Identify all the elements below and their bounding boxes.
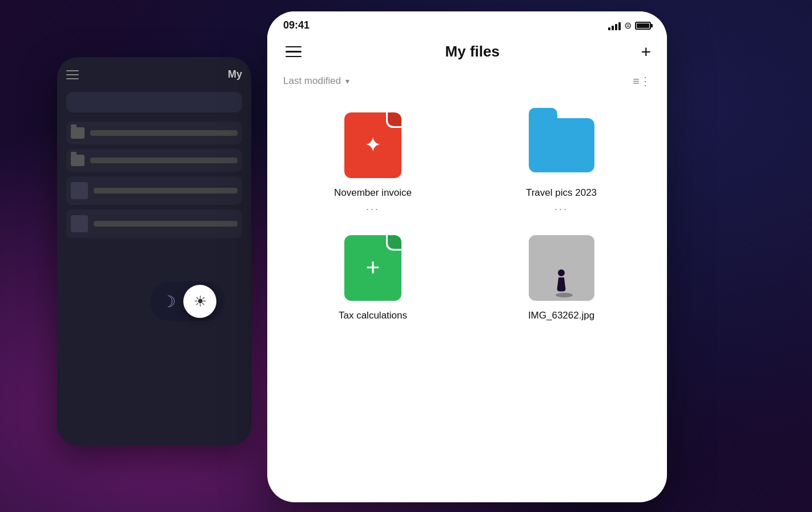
pdf-symbol: ✦ — [364, 133, 381, 157]
item-text — [94, 221, 238, 227]
item-text — [90, 158, 238, 163]
app-header: My files + — [267, 36, 667, 70]
list-item — [66, 149, 242, 172]
sun-knob[interactable]: ☀ — [183, 285, 216, 318]
signal-bar-4 — [618, 22, 621, 30]
person-shadow — [556, 293, 573, 297]
hamburger-line — [286, 51, 302, 53]
add-button[interactable]: + — [641, 43, 651, 61]
signal-icon — [608, 21, 621, 30]
dark-phone-title: My — [228, 68, 242, 80]
wifi-icon: ⊜ — [624, 20, 632, 31]
file-name: November invoice — [334, 187, 412, 199]
dark-hamburger-icon — [66, 70, 79, 79]
file-icon-wrapper: ✦ — [339, 111, 407, 179]
battery-icon — [635, 22, 651, 30]
list-item — [66, 122, 242, 144]
signal-bar-2 — [612, 26, 614, 30]
photo-thumbnail — [529, 235, 594, 301]
page-title: My files — [445, 43, 500, 61]
person-figure — [556, 269, 567, 295]
person-head — [558, 269, 565, 276]
toggle-track[interactable]: ☽ ☀ — [150, 281, 224, 321]
moon-icon: ☽ — [154, 287, 183, 316]
plus-symbol: + — [366, 256, 380, 280]
image-placeholder — [71, 182, 88, 199]
light-phone: 09:41 ⊜ My files + Last modified ▾ — [267, 11, 667, 502]
person-body — [557, 277, 566, 292]
file-item-img[interactable]: IMG_63262.jpg — [467, 222, 656, 333]
file-icon-wrapper: + — [339, 233, 407, 302]
menu-button[interactable] — [283, 44, 304, 60]
sort-label-text: Last modified — [283, 75, 341, 87]
theme-toggle[interactable]: ☽ ☀ — [142, 279, 233, 324]
dark-phone: My — [57, 57, 251, 445]
hamburger-line — [286, 46, 302, 48]
signal-bar-3 — [615, 24, 617, 30]
status-icons: ⊜ — [608, 20, 651, 31]
view-toggle-button[interactable]: ≡⋮ — [633, 74, 651, 88]
file-item-travel-pics[interactable]: Travel pics 2023 ... — [467, 99, 656, 222]
file-name: Travel pics 2023 — [526, 187, 597, 199]
folder-icon — [71, 155, 85, 166]
list-item — [66, 209, 242, 238]
file-menu-button[interactable]: ... — [366, 201, 380, 213]
sort-dropdown[interactable]: Last modified ▾ — [283, 75, 349, 87]
status-time: 09:41 — [283, 19, 309, 31]
file-icon-wrapper — [527, 111, 596, 179]
battery-fill — [637, 23, 649, 28]
file-name: Tax calculations — [339, 310, 407, 321]
status-bar: 09:41 ⊜ — [267, 11, 667, 36]
sort-bar: Last modified ▾ ≡⋮ — [267, 70, 667, 99]
hamburger-line — [286, 56, 302, 58]
green-doc-icon: + — [344, 235, 401, 301]
file-menu-button[interactable]: ... — [554, 201, 568, 213]
list-item — [66, 176, 242, 205]
pdf-icon: ✦ — [344, 112, 401, 178]
file-name: IMG_63262.jpg — [528, 310, 594, 321]
file-item-november-invoice[interactable]: ✦ November invoice ... — [279, 99, 467, 222]
chevron-down-icon: ▾ — [345, 76, 349, 86]
item-text — [90, 130, 238, 136]
folder-icon — [71, 127, 85, 139]
signal-bar-1 — [608, 27, 610, 30]
files-grid: ✦ November invoice ... Travel pics 2023 … — [267, 99, 667, 333]
image-placeholder — [71, 215, 88, 232]
file-item-tax-calculations[interactable]: + Tax calculations — [279, 222, 467, 333]
item-text — [94, 188, 238, 193]
dark-search-bar — [66, 92, 242, 112]
dark-phone-header: My — [66, 68, 242, 80]
file-icon-wrapper — [527, 233, 596, 302]
folder-icon — [529, 118, 594, 172]
